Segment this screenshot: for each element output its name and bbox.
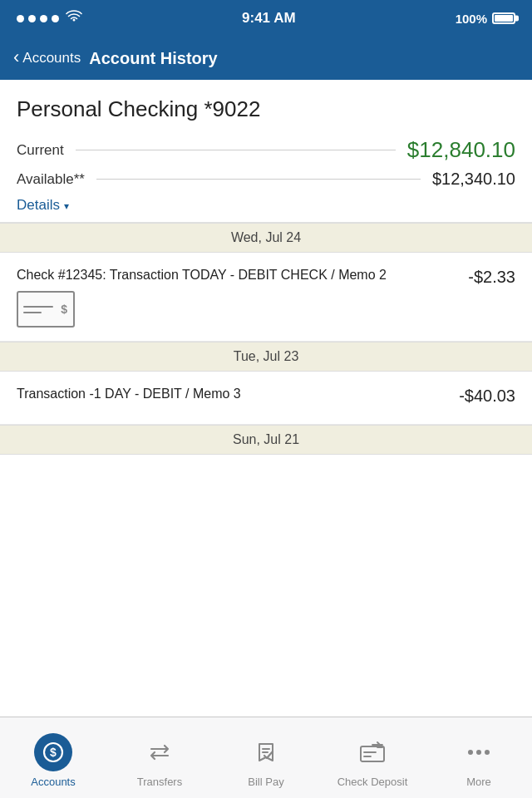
wifi-icon bbox=[66, 10, 82, 27]
signal-dots bbox=[17, 15, 59, 22]
svg-text:$: $ bbox=[50, 746, 57, 759]
transaction-amount-1: -$40.03 bbox=[459, 385, 515, 406]
back-label: Accounts bbox=[22, 50, 81, 66]
transaction-item-1[interactable]: Transaction -1 DAY - DEBIT / Memo 3 -$40… bbox=[0, 372, 532, 424]
status-left bbox=[17, 10, 82, 27]
available-label: Available** bbox=[17, 171, 85, 188]
details-button[interactable]: Details ▾ bbox=[17, 197, 515, 214]
more-icon-wrap bbox=[460, 733, 498, 771]
available-balance-row: Available** $12,340.10 bbox=[17, 170, 515, 189]
accounts-tab-label: Accounts bbox=[31, 776, 75, 788]
nav-title: Account History bbox=[89, 49, 217, 68]
transaction-list: Wed, Jul 24 Check #12345: Transaction TO… bbox=[0, 223, 532, 455]
accounts-icon-wrap: $ bbox=[34, 733, 72, 771]
back-arrow-icon: ‹ bbox=[13, 48, 19, 66]
check-lines bbox=[23, 306, 53, 313]
check-image-icon: $ bbox=[17, 291, 75, 328]
svg-rect-5 bbox=[361, 746, 384, 761]
divider-current bbox=[76, 150, 396, 150]
account-header: Personal Checking *9022 Current $12,840.… bbox=[0, 80, 532, 223]
check-line-1 bbox=[23, 306, 53, 308]
status-time: 9:41 AM bbox=[242, 10, 296, 27]
billpay-icon bbox=[254, 741, 278, 764]
battery-icon bbox=[492, 12, 515, 24]
details-label: Details bbox=[17, 197, 60, 214]
back-button[interactable]: ‹ Accounts bbox=[13, 50, 81, 66]
check-line-2 bbox=[23, 312, 42, 313]
transaction-desc-0: Check #12345: Transaction TODAY - DEBIT … bbox=[17, 266, 455, 284]
details-chevron-icon: ▾ bbox=[64, 200, 69, 212]
current-label: Current bbox=[17, 142, 64, 159]
nav-bar: ‹ Accounts Account History bbox=[0, 37, 532, 80]
date-header-wed: Wed, Jul 24 bbox=[0, 223, 532, 253]
transaction-left-1: Transaction -1 DAY - DEBIT / Memo 3 bbox=[17, 385, 446, 410]
transfers-icon bbox=[148, 742, 171, 762]
battery-percent: 100% bbox=[456, 12, 487, 26]
tab-billpay[interactable]: Bill Pay bbox=[213, 717, 319, 798]
divider-available bbox=[96, 179, 421, 180]
transfers-icon-wrap bbox=[140, 733, 179, 771]
svg-point-10 bbox=[476, 750, 481, 755]
date-header-tue: Tue, Jul 23 bbox=[0, 342, 532, 372]
tab-bar: $ Accounts Transfers Bill Pay bbox=[0, 717, 532, 798]
more-dots-icon bbox=[467, 748, 490, 756]
check-dollar-sign: $ bbox=[61, 303, 67, 316]
tab-more[interactable]: More bbox=[426, 717, 532, 798]
more-tab-label: More bbox=[466, 776, 491, 788]
transaction-amount-0: -$2.33 bbox=[468, 266, 515, 287]
svg-point-9 bbox=[468, 750, 473, 755]
current-balance-row: Current $12,840.10 bbox=[17, 137, 515, 163]
tab-checkdeposit[interactable]: Check Deposit bbox=[319, 717, 426, 798]
available-balance: $12,340.10 bbox=[432, 170, 515, 189]
tab-accounts[interactable]: $ Accounts bbox=[0, 717, 106, 798]
status-right: 100% bbox=[456, 12, 515, 26]
checkdeposit-icon bbox=[359, 741, 386, 763]
billpay-tab-label: Bill Pay bbox=[248, 776, 283, 788]
transaction-item-0[interactable]: Check #12345: Transaction TODAY - DEBIT … bbox=[0, 253, 532, 342]
checkdeposit-icon-wrap bbox=[353, 733, 392, 771]
transaction-left-0: Check #12345: Transaction TODAY - DEBIT … bbox=[17, 266, 455, 328]
billpay-icon-wrap bbox=[247, 733, 285, 771]
account-name: Personal Checking *9022 bbox=[17, 96, 515, 122]
transfers-tab-label: Transfers bbox=[137, 776, 182, 788]
current-balance: $12,840.10 bbox=[407, 137, 515, 163]
transaction-desc-1: Transaction -1 DAY - DEBIT / Memo 3 bbox=[17, 385, 446, 403]
svg-point-11 bbox=[485, 750, 490, 755]
checkdeposit-tab-label: Check Deposit bbox=[337, 776, 408, 788]
date-header-sun: Sun, Jul 21 bbox=[0, 425, 532, 455]
accounts-dollar-icon: $ bbox=[42, 741, 64, 763]
tab-transfers[interactable]: Transfers bbox=[106, 717, 213, 798]
status-bar: 9:41 AM 100% bbox=[0, 0, 532, 37]
